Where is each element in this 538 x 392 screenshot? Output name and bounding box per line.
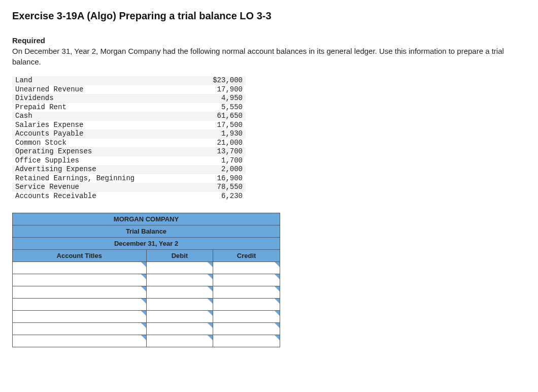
- dropdown-indicator-icon: [275, 299, 280, 304]
- ledger-account-name: Prepaid Rent: [12, 103, 144, 112]
- tb-input-row: [13, 323, 280, 335]
- tb-input-row: [13, 286, 280, 299]
- required-heading: Required: [12, 36, 526, 45]
- dropdown-indicator-icon: [275, 311, 280, 316]
- tb-account-title-cell[interactable]: [13, 262, 147, 274]
- ledger-row: Common Stock21,000: [12, 139, 246, 148]
- tb-company: MORGAN COMPANY: [13, 213, 280, 225]
- tb-credit-cell[interactable]: [213, 286, 280, 299]
- ledger-account-name: Cash: [12, 112, 144, 121]
- dropdown-indicator-icon: [275, 286, 280, 291]
- ledger-account-amount: 2,000: [144, 165, 246, 174]
- tb-credit-cell[interactable]: [213, 323, 280, 335]
- tb-credit-cell[interactable]: [213, 299, 280, 311]
- dropdown-indicator-icon: [275, 274, 280, 279]
- ledger-account-name: Advertising Expense: [12, 165, 144, 174]
- ledger-row: Prepaid Rent5,550: [12, 103, 246, 112]
- ledger-row: Advertising Expense2,000: [12, 165, 246, 174]
- tb-col-titles: Account Titles: [13, 250, 147, 262]
- ledger-row: Land$23,000: [12, 76, 246, 85]
- ledger-account-name: Office Supplies: [12, 156, 144, 166]
- dropdown-indicator-icon: [208, 299, 213, 304]
- dropdown-indicator-icon: [208, 311, 213, 316]
- tb-account-title-cell[interactable]: [13, 274, 147, 286]
- ledger-account-amount: 6,230: [144, 192, 246, 201]
- ledger-account-amount: 78,550: [144, 183, 246, 192]
- tb-credit-cell[interactable]: [213, 274, 280, 286]
- ledger-row: Dividends4,950: [12, 94, 246, 103]
- ledger-account-amount: 13,700: [144, 147, 246, 156]
- ledger-row: Accounts Payable1,930: [12, 129, 246, 139]
- tb-debit-cell[interactable]: [146, 323, 213, 335]
- dropdown-indicator-icon: [141, 299, 146, 304]
- ledger-account-amount: 1,700: [144, 156, 246, 166]
- tb-credit-cell[interactable]: [213, 311, 280, 323]
- ledger-account-amount: 1,930: [144, 129, 246, 139]
- dropdown-indicator-icon: [141, 262, 146, 267]
- dropdown-indicator-icon: [208, 335, 213, 340]
- dropdown-indicator-icon: [208, 323, 213, 328]
- exercise-title: Exercise 3-19A (Algo) Preparing a trial …: [12, 10, 526, 22]
- intro-text: On December 31, Year 2, Morgan Company h…: [12, 46, 526, 67]
- dropdown-indicator-icon: [208, 274, 213, 279]
- ledger-row: Retained Earnings, Beginning16,900: [12, 174, 246, 183]
- tb-account-title-cell[interactable]: [13, 286, 147, 299]
- dropdown-indicator-icon: [141, 286, 146, 291]
- ledger-account-amount: $23,000: [144, 76, 246, 85]
- ledger-table: Land$23,000Unearned Revenue17,900Dividen…: [12, 76, 246, 201]
- ledger-account-name: Retained Earnings, Beginning: [12, 174, 144, 183]
- ledger-row: Office Supplies1,700: [12, 156, 246, 166]
- ledger-row: Salaries Expense17,500: [12, 121, 246, 130]
- tb-debit-cell[interactable]: [146, 311, 213, 323]
- dropdown-indicator-icon: [141, 311, 146, 316]
- tb-input-row: [13, 311, 280, 323]
- tb-col-credit: Credit: [213, 250, 280, 262]
- tb-credit-cell[interactable]: [213, 335, 280, 347]
- ledger-row: Cash61,650: [12, 112, 246, 121]
- tb-account-title-cell[interactable]: [13, 311, 147, 323]
- ledger-account-amount: 17,500: [144, 121, 246, 130]
- dropdown-indicator-icon: [275, 335, 280, 340]
- ledger-row: Service Revenue78,550: [12, 183, 246, 192]
- ledger-account-name: Accounts Receivable: [12, 192, 144, 201]
- tb-debit-cell[interactable]: [146, 335, 213, 347]
- ledger-account-amount: 17,900: [144, 85, 246, 94]
- dropdown-indicator-icon: [141, 335, 146, 340]
- ledger-account-name: Salaries Expense: [12, 121, 144, 130]
- tb-input-row: [13, 299, 280, 311]
- dropdown-indicator-icon: [141, 274, 146, 279]
- tb-input-row: [13, 274, 280, 286]
- tb-debit-cell[interactable]: [146, 262, 213, 274]
- tb-account-title-cell[interactable]: [13, 299, 147, 311]
- ledger-account-name: Unearned Revenue: [12, 85, 144, 94]
- ledger-account-name: Service Revenue: [12, 183, 144, 192]
- tb-debit-cell[interactable]: [146, 299, 213, 311]
- ledger-account-amount: 21,000: [144, 139, 246, 148]
- trial-balance-table: MORGAN COMPANY Trial Balance December 31…: [12, 213, 280, 347]
- dropdown-indicator-icon: [275, 323, 280, 328]
- ledger-row: Accounts Receivable6,230: [12, 192, 246, 201]
- ledger-account-name: Dividends: [12, 94, 144, 103]
- ledger-row: Unearned Revenue17,900: [12, 85, 246, 94]
- dropdown-indicator-icon: [141, 323, 146, 328]
- tb-debit-cell[interactable]: [146, 286, 213, 299]
- ledger-account-name: Land: [12, 76, 144, 85]
- tb-title: Trial Balance: [13, 225, 280, 238]
- tb-debit-cell[interactable]: [146, 274, 213, 286]
- tb-input-row: [13, 262, 280, 274]
- tb-date: December 31, Year 2: [13, 238, 280, 250]
- ledger-account-amount: 5,550: [144, 103, 246, 112]
- ledger-account-amount: 4,950: [144, 94, 246, 103]
- tb-credit-cell[interactable]: [213, 262, 280, 274]
- ledger-account-amount: 16,900: [144, 174, 246, 183]
- tb-col-debit: Debit: [146, 250, 213, 262]
- dropdown-indicator-icon: [275, 262, 280, 267]
- dropdown-indicator-icon: [208, 262, 213, 267]
- ledger-account-name: Common Stock: [12, 139, 144, 148]
- tb-account-title-cell[interactable]: [13, 323, 147, 335]
- dropdown-indicator-icon: [208, 286, 213, 291]
- ledger-account-amount: 61,650: [144, 112, 246, 121]
- tb-account-title-cell[interactable]: [13, 335, 147, 347]
- ledger-row: Operating Expenses13,700: [12, 147, 246, 156]
- ledger-account-name: Accounts Payable: [12, 129, 144, 139]
